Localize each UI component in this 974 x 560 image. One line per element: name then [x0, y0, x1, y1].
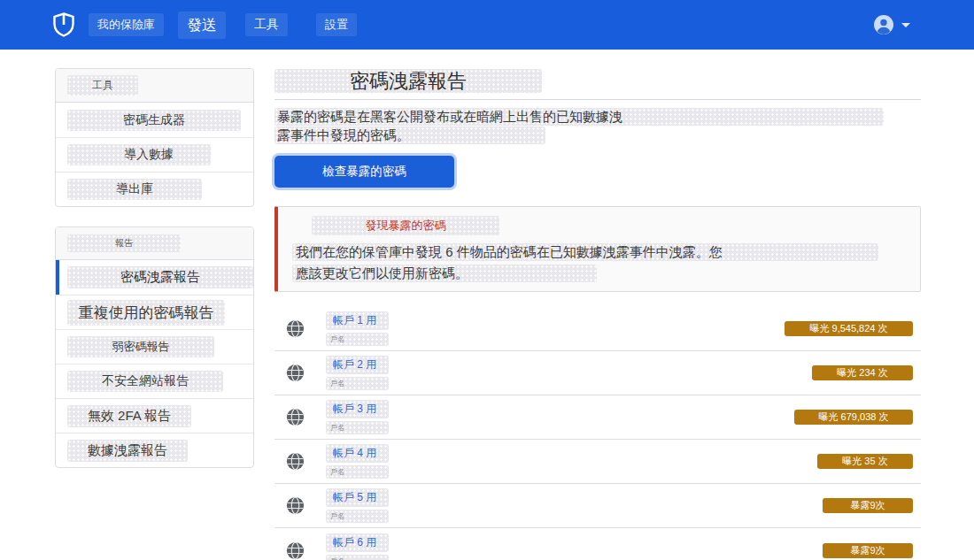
exposure-count-badge: 暴露9次 — [823, 498, 913, 513]
avatar-icon — [873, 14, 894, 35]
nav-item-my-vault[interactable]: 我的保險庫 — [89, 13, 164, 36]
sidebar-item-label: 密碼洩露報告 — [67, 266, 253, 288]
title-divider — [274, 99, 921, 100]
sidebar-item-label: 導入數據 — [67, 144, 211, 165]
sidebar-reports-list: 密碼洩露報告 重複使用的密碼報告 弱密碼報告 不安全網站報告 無效 2FA 報告… — [56, 260, 253, 467]
item-name-link[interactable]: 帳戶 4 用 — [326, 444, 389, 463]
page-title-text: 密碼洩露報告 — [274, 69, 542, 93]
exposure-count-badge: 曝光 35 次 — [817, 454, 913, 469]
nav-item-send[interactable]: 發送 — [178, 12, 226, 39]
check-exposed-passwords-button[interactable]: 檢查暴露的密碼 — [274, 156, 454, 188]
chevron-down-icon — [901, 23, 910, 27]
sidebar-item-label: 無效 2FA 報告 — [67, 405, 191, 427]
sidebar-tools-header-label: 工具 — [67, 75, 138, 96]
exposed-items-list: 帳戶 1 用 戶名 曝光 9,545,824 次 帳戶 2 用 戶名 — [274, 307, 921, 560]
exposure-count-badge: 曝光 9,545,824 次 — [785, 321, 913, 336]
sidebar-item-inactive-2fa-report[interactable]: 無效 2FA 報告 — [56, 398, 253, 433]
sidebar-item-password-generator[interactable]: 密碼生成器 — [56, 103, 253, 137]
main-panel: 密碼洩露報告 暴露的密碼是在黑客公開發布或在暗網上出售的已知數據洩 露事件中發現… — [274, 68, 921, 560]
description-line-2: 露事件中發現的密碼。 — [274, 127, 545, 144]
exposure-count-badge: 曝光 679,038 次 — [794, 410, 913, 425]
top-nav: 我的保險庫 發送 工具 設置 — [0, 0, 974, 50]
list-item: 帳戶 5 用 戶名 暴露9次 — [274, 484, 921, 528]
sidebar-item-export-vault[interactable]: 導出庫 — [56, 172, 253, 206]
item-name-link[interactable]: 帳戶 3 用 — [326, 400, 389, 418]
alert-title-text: 發現暴露的密碼 — [312, 216, 499, 235]
item-name-link[interactable]: 帳戶 1 用 — [326, 311, 389, 330]
sidebar-item-import-data[interactable]: 導入數據 — [56, 137, 253, 172]
sidebar-item-label: 弱密碼報告 — [67, 336, 214, 357]
globe-icon — [286, 319, 305, 338]
sidebar-item-label: 重複使用的密碼報告 — [67, 300, 225, 326]
nav-menu: 我的保險庫 發送 工具 設置 — [74, 12, 357, 39]
sidebar-tools-card: 工具 密碼生成器 導入數據 導出庫 — [55, 68, 254, 207]
sidebar-item-reused-passwords-report[interactable]: 重複使用的密碼報告 — [56, 295, 253, 329]
nav-item-tools[interactable]: 工具 — [245, 13, 288, 36]
exposure-count-badge: 曝光 234 次 — [812, 365, 913, 380]
list-item: 帳戶 3 用 戶名 曝光 679,038 次 — [274, 395, 921, 440]
sidebar-item-label: 不安全網站報告 — [67, 371, 223, 392]
exposed-passwords-alert: 發現暴露的密碼 我們在您的保管庫中發現 6 件物品的密碼在已知數據洩露事件中洩露… — [274, 206, 921, 292]
sidebar-tools-list: 密碼生成器 導入數據 導出庫 — [56, 103, 253, 206]
item-username: 戶名 — [326, 510, 389, 523]
sidebar-item-label: 導出庫 — [67, 179, 202, 200]
report-description: 暴露的密碼是在黑客公開發布或在暗網上出售的已知數據洩 露事件中發現的密碼。 — [274, 108, 921, 144]
item-name-link[interactable]: 帳戶 2 用 — [326, 356, 389, 374]
globe-icon — [286, 408, 305, 426]
globe-icon — [286, 541, 305, 560]
page: 我的保險庫 發送 工具 設置 工具 密碼生成器 — [0, 0, 974, 560]
description-line-1: 暴露的密碼是在黑客公開發布或在暗網上出售的已知數據洩 — [274, 108, 884, 126]
page-title: 密碼洩露報告 — [274, 69, 921, 93]
sidebar-item-exposed-passwords-report[interactable]: 密碼洩露報告 — [56, 260, 253, 295]
sidebar-item-label: 數據洩露報告 — [67, 440, 188, 462]
globe-icon — [286, 364, 305, 382]
item-text: 帳戶 3 用 戶名 — [326, 400, 389, 434]
item-username: 戶名 — [326, 465, 389, 479]
sidebar-item-data-breach-report[interactable]: 數據洩露報告 — [56, 433, 253, 467]
nav-item-settings[interactable]: 設置 — [316, 13, 357, 36]
item-username: 戶名 — [326, 333, 389, 346]
list-item: 帳戶 2 用 戶名 曝光 234 次 — [274, 351, 921, 395]
list-item: 帳戶 6 用 戶名 暴露9次 — [274, 528, 921, 560]
sidebar: 工具 密碼生成器 導入數據 導出庫 報告 密碼洩露報告 — [55, 68, 254, 468]
sidebar-tools-header: 工具 — [56, 69, 253, 103]
item-username: 戶名 — [326, 377, 389, 390]
item-text: 帳戶 2 用 戶名 — [326, 356, 389, 390]
sidebar-item-unsecured-websites-report[interactable]: 不安全網站報告 — [56, 364, 253, 398]
sidebar-reports-card: 報告 密碼洩露報告 重複使用的密碼報告 弱密碼報告 不安全網站報告 無效 2FA… — [55, 226, 254, 468]
globe-icon — [286, 452, 305, 471]
item-username: 戶名 — [326, 555, 389, 560]
sidebar-item-weak-passwords-report[interactable]: 弱密碼報告 — [56, 329, 253, 364]
exposure-count-badge: 暴露9次 — [823, 543, 913, 558]
alert-title: 發現暴露的密碼 — [312, 216, 906, 235]
item-name-link[interactable]: 帳戶 5 用 — [326, 488, 389, 507]
list-item: 帳戶 4 用 戶名 曝光 35 次 — [274, 440, 921, 484]
globe-icon — [286, 496, 305, 515]
item-text: 帳戶 4 用 戶名 — [326, 444, 389, 479]
item-name-link[interactable]: 帳戶 6 用 — [326, 533, 389, 552]
item-username: 戶名 — [326, 421, 389, 434]
item-text: 帳戶 1 用 戶名 — [326, 311, 389, 346]
content-area: 工具 密碼生成器 導入數據 導出庫 報告 密碼洩露報告 — [0, 50, 974, 560]
item-text: 帳戶 5 用 戶名 — [326, 488, 389, 523]
account-menu-button[interactable] — [873, 14, 910, 35]
sidebar-item-label: 密碼生成器 — [67, 110, 241, 131]
item-text: 帳戶 6 用 戶名 — [326, 533, 389, 560]
bitwarden-shield-logo — [53, 12, 74, 37]
list-item: 帳戶 1 用 戶名 曝光 9,545,824 次 — [274, 307, 921, 351]
sidebar-reports-header-label: 報告 — [67, 234, 181, 252]
alert-body: 我們在您的保管庫中發現 6 件物品的密碼在已知數據洩露事件中洩露。您 應該更改它… — [292, 243, 906, 282]
alert-body-line-1: 我們在您的保管庫中發現 6 件物品的密碼在已知數據洩露事件中洩露。您 — [292, 243, 878, 261]
alert-body-line-2: 應該更改它們以使用新密碼。 — [292, 265, 597, 282]
sidebar-reports-header: 報告 — [56, 227, 253, 260]
